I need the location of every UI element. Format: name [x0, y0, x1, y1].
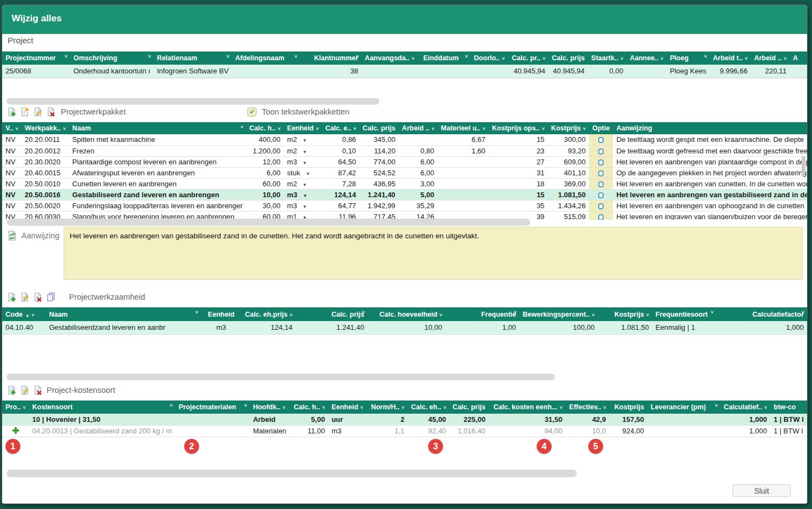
- unit-dropdown-arrow[interactable]: ▾: [304, 160, 306, 165]
- column-header[interactable]: Calculatief..˅: [720, 401, 770, 414]
- column-header[interactable]: Calc. e..˅: [322, 122, 359, 134]
- optie-checkbox[interactable]: [598, 214, 604, 220]
- unit-dropdown-arrow[interactable]: ▾: [304, 204, 306, 209]
- table-row[interactable]: 25/0068Onderhoud kantoortuin ıInfogroen …: [2, 65, 807, 78]
- column-header[interactable]: Calc. prijs: [549, 52, 588, 65]
- optie-checkbox[interactable]: [598, 137, 604, 143]
- column-header[interactable]: Frequentie˅: [446, 307, 520, 321]
- document-add-icon[interactable]: [7, 107, 16, 117]
- column-header[interactable]: Naam˅: [69, 122, 246, 134]
- column-header[interactable]: Calc. prijs˅: [296, 307, 367, 321]
- column-header[interactable]: V..˅: [2, 122, 21, 134]
- column-header[interactable]: Werkpakk..˅: [21, 122, 69, 134]
- table-row[interactable]: 04.10.40Gestabiliseerdzand leveren en aa…: [2, 321, 807, 334]
- vertical-scrollbar[interactable]: [802, 156, 805, 176]
- table-row[interactable]: 10 | Hovenier | 31,50Arbeid5,00uur245,00…: [2, 414, 807, 425]
- sluit-button[interactable]: Sluit: [732, 484, 791, 497]
- column-header[interactable]: btw-co: [770, 401, 807, 414]
- column-header[interactable]: Calc. hoeveelheid˅: [367, 307, 445, 321]
- add-row-icon[interactable]: [12, 426, 20, 434]
- column-header[interactable]: Aanvangsda..˅: [361, 52, 420, 65]
- column-header[interactable]: Klantnummer˅: [300, 52, 361, 65]
- column-header[interactable]: Kostprijs ops..˅: [489, 122, 548, 134]
- column-header[interactable]: Effectiev..˅: [566, 401, 610, 414]
- column-header[interactable]: Einddatum˅: [420, 52, 470, 65]
- column-header[interactable]: Leverancier (pm)˅: [648, 401, 720, 414]
- column-header[interactable]: Aannee..˅: [627, 52, 667, 65]
- horizontal-scrollbar[interactable]: [7, 470, 577, 477]
- column-header[interactable]: Calculatiefactor˅: [716, 307, 807, 321]
- optie-checkbox[interactable]: [598, 148, 604, 155]
- table-row[interactable]: NV20.20.0012Frezen1.200,00m2▾0,10114,200…: [2, 145, 808, 156]
- column-header[interactable]: Code▲˅: [2, 307, 46, 321]
- column-header[interactable]: Materieel u..˅: [438, 122, 489, 134]
- column-header[interactable]: Ploeg˅: [667, 52, 710, 65]
- unit-dropdown-arrow[interactable]: ▾: [304, 138, 306, 143]
- column-header[interactable]: Aanwijzing: [613, 122, 808, 134]
- column-header[interactable]: Kostprijs˅: [598, 307, 652, 321]
- column-header[interactable]: Hoofdk..˅: [249, 401, 289, 414]
- column-header[interactable]: Omschrijving˅: [70, 52, 154, 65]
- column-header[interactable]: Staartk..˅: [588, 52, 626, 65]
- column-header[interactable]: Kostensoort˅: [29, 401, 175, 414]
- toon-tekstwerkpakketten-toggle[interactable]: ✓ Toon tekstwerkpakketten: [247, 107, 349, 117]
- column-header[interactable]: Doorlo..˅: [470, 52, 508, 65]
- unit-dropdown-arrow[interactable]: ▾: [304, 193, 306, 198]
- horizontal-scrollbar[interactable]: [7, 98, 379, 105]
- document-delete-icon[interactable]: [46, 107, 56, 117]
- column-header[interactable]: Calc. eh..˅: [408, 401, 450, 414]
- aanwijzing-textarea[interactable]: Het leveren en aanbrengen van gestabilis…: [64, 227, 803, 280]
- optie-checkbox[interactable]: [598, 192, 604, 198]
- column-header[interactable]: Calc. prijs: [450, 401, 489, 414]
- optie-checkbox[interactable]: [598, 181, 604, 187]
- table-row[interactable]: NV20.40.0015Afwateringsput leveren en aa…: [2, 167, 808, 178]
- horizontal-scrollbar[interactable]: [7, 374, 555, 380]
- document-delete-icon[interactable]: [33, 292, 43, 302]
- column-header[interactable]: Calc. h..˅: [246, 122, 284, 134]
- unit-dropdown-arrow[interactable]: ▾: [304, 149, 306, 155]
- document-new-icon[interactable]: [20, 107, 30, 117]
- optie-checkbox[interactable]: [598, 203, 604, 209]
- column-header[interactable]: Bewerkingspercent..˅: [519, 307, 598, 321]
- column-header[interactable]: Eenheid: [201, 307, 241, 321]
- document-add-icon[interactable]: [7, 292, 16, 302]
- table-row[interactable]: NV20.30.0020Plantaardige compost leveren…: [2, 156, 808, 167]
- optie-checkbox[interactable]: [598, 159, 604, 165]
- optie-checkbox[interactable]: [598, 170, 604, 176]
- column-header[interactable]: Calc. kosten eenh...˅: [489, 401, 565, 414]
- column-header[interactable]: Arbeid t..˅: [709, 52, 751, 65]
- document-edit-icon[interactable]: [20, 385, 30, 395]
- column-header[interactable]: Pro..˅: [2, 401, 29, 414]
- document-edit-icon[interactable]: [20, 292, 30, 302]
- table-row[interactable]: NV20.50.0010Cunetten leveren en aanbreng…: [2, 178, 808, 189]
- column-header[interactable]: A: [790, 52, 807, 65]
- horizontal-scrollbar[interactable]: [7, 219, 530, 226]
- column-header[interactable]: Projectnummer˅: [2, 52, 70, 65]
- column-header[interactable]: Afdelingsnaam˅: [232, 52, 300, 65]
- unit-dropdown-arrow[interactable]: ▾: [304, 182, 306, 187]
- column-header[interactable]: Naam˅: [46, 307, 201, 321]
- column-header[interactable]: Relatienaam˅: [154, 52, 232, 65]
- column-header[interactable]: Calc. prijs: [359, 122, 399, 134]
- unit-dropdown-arrow[interactable]: ▾: [306, 171, 309, 176]
- column-header[interactable]: Eenheid˅: [284, 122, 322, 134]
- table-row[interactable]: NV20.20.0011Spitten met kraanmachine400,…: [2, 134, 808, 145]
- column-header[interactable]: Frequentiesoort˅: [652, 307, 717, 321]
- document-copy-icon[interactable]: [46, 292, 56, 302]
- column-header[interactable]: Optie: [589, 122, 613, 134]
- table-row[interactable]: NV20.50.0016Gestabiliseerd zand leveren …: [2, 189, 808, 200]
- checkbox-checked-icon[interactable]: ✓: [247, 107, 257, 117]
- table-row[interactable]: 04.20.0013 | Gestabiliseerd zand 200 kg …: [2, 425, 807, 437]
- column-header[interactable]: Projectmaterialen˅: [175, 401, 250, 414]
- table-row[interactable]: NV20.50.0020Funderingslaag looppad/terra…: [2, 200, 808, 211]
- document-delete-icon[interactable]: [33, 385, 43, 395]
- column-header[interactable]: Calc. h..˅: [289, 401, 328, 414]
- column-header[interactable]: Eenheid˅: [328, 401, 367, 414]
- column-header[interactable]: Arbeid ..˅: [399, 122, 438, 134]
- column-header[interactable]: Calc. eh.prijs˅: [242, 307, 296, 321]
- column-header[interactable]: Kostprijs˅: [548, 122, 589, 134]
- column-header[interactable]: Calc. pr..˅: [509, 52, 549, 65]
- document-edit-icon[interactable]: [33, 107, 43, 117]
- column-header[interactable]: Arbeid ..˅: [751, 52, 790, 65]
- document-add-icon[interactable]: [7, 385, 16, 395]
